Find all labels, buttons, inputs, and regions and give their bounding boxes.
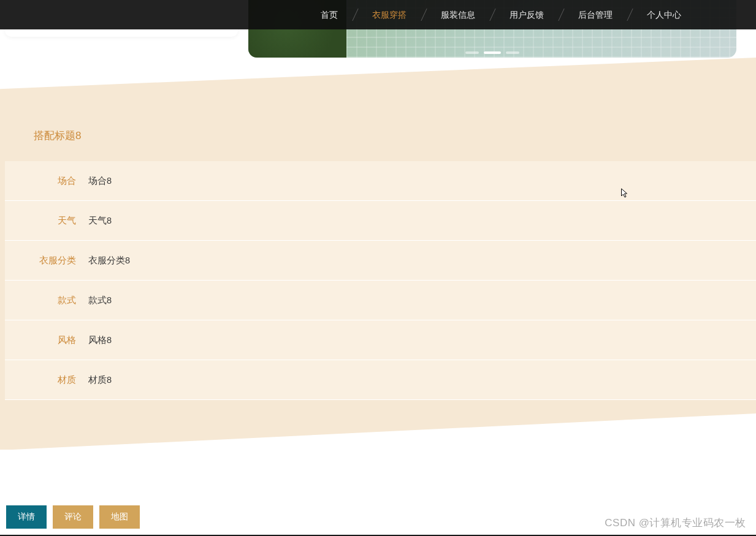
detail-label: 风格	[5, 334, 76, 346]
detail-value: 场合8	[76, 175, 112, 187]
nav-home[interactable]: 首页	[304, 0, 355, 29]
detail-label: 天气	[5, 215, 76, 227]
carousel-dot-active[interactable]	[484, 51, 501, 54]
detail-label: 衣服分类	[5, 255, 76, 266]
detail-value: 款式8	[76, 295, 112, 306]
tab-detail[interactable]: 详情	[6, 505, 47, 529]
tab-map[interactable]: 地图	[99, 505, 140, 529]
detail-value: 衣服分类8	[76, 255, 130, 266]
nav-inner: 首页 衣服穿搭 服装信息 用户反馈 后台管理 个人中心	[304, 0, 698, 29]
tab-comments[interactable]: 评论	[53, 505, 93, 529]
detail-row-style-type: 款式 款式8	[5, 281, 756, 320]
nav-admin[interactable]: 后台管理	[561, 0, 630, 29]
bottom-tabs: 详情 评论 地图	[6, 505, 140, 529]
nav-profile[interactable]: 个人中心	[630, 0, 698, 29]
content-area: 搭配标题8 场合 场合8 天气 天气8 衣服分类 衣服分类8 款式 款式8 风格…	[0, 129, 756, 400]
detail-value: 天气8	[76, 215, 112, 227]
carousel-dot[interactable]	[465, 51, 479, 54]
nav-feedback[interactable]: 用户反馈	[492, 0, 561, 29]
detail-label: 款式	[5, 295, 76, 306]
detail-row-weather: 天气 天气8	[5, 201, 756, 241]
detail-value: 材质8	[76, 374, 112, 386]
page-title: 搭配标题8	[0, 129, 756, 143]
detail-label: 材质	[5, 374, 76, 386]
detail-label: 场合	[5, 175, 76, 187]
detail-value: 风格8	[76, 334, 112, 346]
top-nav: 首页 衣服穿搭 服装信息 用户反馈 后台管理 个人中心	[0, 0, 756, 29]
detail-row-material: 材质 材质8	[5, 360, 756, 400]
detail-row-occasion: 场合 场合8	[5, 161, 756, 201]
watermark: CSDN @计算机专业码农一枚	[605, 516, 746, 530]
detail-row-style: 风格 风格8	[5, 320, 756, 360]
nav-outfit[interactable]: 衣服穿搭	[355, 0, 424, 29]
carousel-dots[interactable]	[465, 51, 519, 54]
carousel-dot[interactable]	[506, 51, 519, 54]
detail-row-category: 衣服分类 衣服分类8	[5, 241, 756, 281]
nav-clothing-info[interactable]: 服装信息	[424, 0, 492, 29]
